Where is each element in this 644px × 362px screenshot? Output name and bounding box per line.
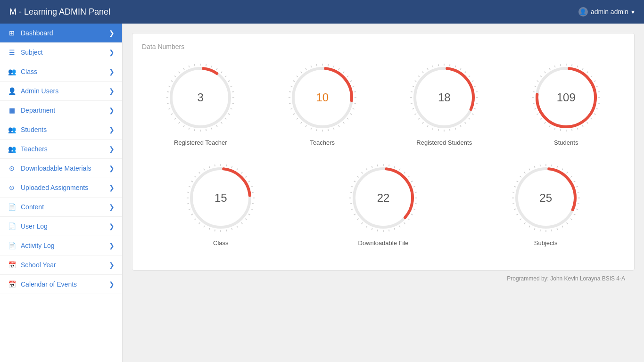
svg-line-167 (237, 226, 238, 228)
svg-line-70 (300, 72, 302, 73)
svg-line-53 (339, 125, 339, 127)
calendar-of-events-icon: 📅 (8, 280, 16, 288)
svg-line-215 (351, 209, 353, 209)
sidebar-label-admin-users: Admin Users (21, 87, 58, 95)
svg-line-6 (228, 81, 230, 82)
svg-line-84 (476, 92, 478, 92)
sidebar-label-calendar-of-events: Calendar of Events (21, 280, 77, 288)
user-log-icon: 📄 (8, 222, 16, 230)
svg-line-262 (534, 166, 535, 168)
user-menu[interactable]: 👤 admin admin ▾ (578, 7, 635, 16)
svg-line-11 (231, 108, 232, 109)
gauge-subjects: 25Subjects (467, 160, 625, 247)
svg-line-116 (577, 66, 578, 67)
svg-line-33 (183, 68, 184, 70)
svg-line-158 (248, 181, 250, 182)
svg-line-225 (378, 165, 378, 166)
svg-line-191 (389, 165, 389, 166)
svg-line-168 (232, 228, 232, 230)
sidebar-item-content[interactable]: 📄 Content ❯ (0, 197, 122, 217)
svg-line-230 (557, 166, 557, 168)
gauge-wrapper-downloadable-file: 22 (346, 160, 421, 236)
sidebar-item-department[interactable]: ▦ Department ❯ (0, 101, 122, 120)
svg-line-89 (469, 118, 470, 120)
svg-line-98 (422, 122, 424, 123)
sidebar-label-user-log: User Log (21, 222, 48, 230)
svg-line-250 (524, 222, 525, 224)
svg-line-243 (562, 226, 563, 228)
svg-line-77 (450, 64, 450, 66)
svg-line-206 (394, 228, 395, 230)
svg-line-229 (551, 165, 552, 166)
svg-line-178 (187, 204, 189, 204)
svg-line-196 (411, 181, 413, 182)
svg-line-146 (544, 72, 545, 73)
chevron-content-icon: ❯ (109, 203, 115, 211)
svg-line-67 (290, 86, 292, 86)
dashboard-icon: ⊞ (8, 29, 16, 37)
sidebar-label-students: Students (21, 126, 47, 133)
svg-line-39 (328, 64, 329, 66)
svg-line-78 (455, 66, 456, 67)
svg-line-221 (357, 176, 359, 178)
svg-line-182 (191, 181, 193, 182)
svg-line-129 (582, 125, 583, 127)
svg-line-249 (529, 226, 530, 228)
svg-line-193 (399, 169, 400, 171)
svg-line-32 (179, 72, 180, 73)
svg-line-57 (316, 129, 317, 131)
gauge-label-subjects: Subjects (534, 239, 558, 247)
svg-line-263 (540, 165, 540, 166)
svg-line-102 (411, 103, 413, 104)
sidebar-item-dashboard[interactable]: ⊞ Dashboard ❯ (0, 24, 122, 43)
sidebar-item-teachers[interactable]: 👥 Teachers ❯ (0, 140, 122, 159)
svg-line-64 (289, 103, 291, 104)
svg-line-7 (231, 86, 232, 86)
svg-line-69 (297, 76, 298, 77)
svg-line-240 (574, 214, 576, 215)
sidebar-item-subject[interactable]: ☰ Subject ❯ (0, 43, 122, 62)
svg-line-96 (433, 128, 433, 130)
svg-line-25 (169, 108, 171, 109)
svg-line-258 (516, 181, 518, 182)
svg-line-207 (389, 230, 389, 231)
sidebar-item-user-log[interactable]: 📄 User Log ❯ (0, 217, 122, 236)
sidebar-item-class[interactable]: 👥 Class ❯ (0, 62, 122, 82)
svg-line-82 (472, 81, 474, 82)
svg-line-180 (187, 192, 189, 193)
svg-line-216 (350, 204, 352, 204)
svg-line-127 (591, 118, 592, 120)
svg-line-176 (191, 214, 193, 215)
chevron-activity-log-icon: ❯ (109, 242, 115, 249)
svg-line-257 (514, 186, 516, 187)
svg-line-110 (433, 66, 433, 67)
uploaded-assignments-icon: ⊙ (8, 184, 16, 191)
svg-line-184 (199, 172, 200, 173)
sidebar-item-students[interactable]: 👥 Students ❯ (0, 120, 122, 140)
svg-line-181 (189, 186, 191, 187)
svg-line-198 (415, 192, 417, 193)
svg-line-242 (566, 222, 568, 224)
svg-line-137 (540, 118, 542, 120)
gauge-downloadable-file: 22Downloadable File (305, 160, 462, 247)
subject-icon: ☰ (8, 49, 16, 56)
svg-line-119 (591, 76, 592, 77)
sidebar-item-admin-users[interactable]: 👤 Admin Users ❯ (0, 82, 122, 101)
svg-line-22 (179, 122, 180, 123)
department-icon: ▦ (8, 107, 16, 114)
gauge-label-downloadable-file: Downloadable File (358, 239, 409, 247)
svg-line-194 (404, 172, 405, 173)
svg-line-124 (598, 103, 600, 104)
svg-line-136 (544, 122, 545, 123)
sidebar-item-school-year[interactable]: 📅 School Year ❯ (0, 255, 122, 275)
sidebar-item-uploaded-assignments[interactable]: ⊙ Uploaded Assignments ❯ (0, 178, 122, 197)
svg-line-159 (251, 186, 253, 187)
gauges-row-2: 15Class 22Downloadable File 25Subjects (142, 160, 625, 247)
svg-line-231 (562, 169, 563, 171)
sidebar-item-calendar-of-events[interactable]: 📅 Calendar of Events ❯ (0, 275, 122, 294)
sidebar-item-activity-log[interactable]: 📄 Activity Log ❯ (0, 236, 122, 255)
svg-line-92 (455, 128, 456, 130)
sidebar-item-downloadable-materials[interactable]: ⊙ Downloadable Materials ❯ (0, 159, 122, 178)
svg-line-62 (293, 114, 295, 115)
svg-line-183 (195, 176, 196, 178)
